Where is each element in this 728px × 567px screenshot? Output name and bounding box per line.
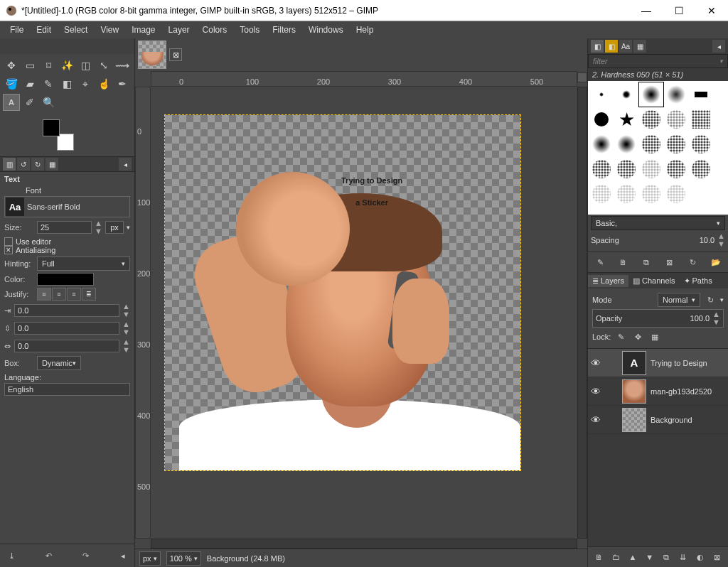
brush-item[interactable] [639, 107, 663, 131]
lock-alpha-icon[interactable]: ▦ [648, 330, 662, 344]
text-color-button[interactable] [37, 273, 94, 286]
brush-basic-dropdown[interactable]: Basic,▾ [591, 216, 725, 230]
tool-pencil[interactable]: ✎ [40, 75, 57, 92]
unit-chevron-icon[interactable]: ▾ [127, 224, 130, 231]
size-input[interactable] [37, 221, 92, 234]
brush-item[interactable] [589, 157, 614, 181]
canvas[interactable]: Trying to Design a Sticker [165, 115, 520, 470]
menu-layer[interactable]: Layer [163, 23, 196, 37]
tool-eraser[interactable]: ◧ [58, 75, 75, 92]
language-input[interactable]: English [4, 383, 130, 396]
opacity-value[interactable]: 100.0 [690, 314, 710, 323]
image-tab-thumb[interactable] [138, 40, 166, 69]
antialias-check[interactable]: ✕Antialiasing [4, 246, 130, 254]
brush-item[interactable] [664, 182, 688, 206]
lock-position-icon[interactable]: ✥ [631, 330, 645, 344]
brush-item[interactable] [664, 132, 688, 156]
brushes-tab[interactable]: ◧ [591, 40, 604, 53]
layer-name[interactable]: Background [651, 416, 692, 424]
history-tab[interactable]: ▦ [633, 40, 646, 53]
brush-item[interactable] [664, 82, 688, 107]
brush-item[interactable] [614, 132, 638, 156]
mode-switch-icon[interactable]: ↻ [703, 293, 717, 307]
layer-merge-icon[interactable]: ⇊ [676, 550, 690, 564]
brush-item[interactable] [639, 82, 663, 107]
brush-edit-icon[interactable]: ✎ [593, 255, 607, 269]
brush-item[interactable] [664, 107, 688, 131]
justify-right[interactable]: ≡ [52, 288, 66, 301]
letterspacing-spinner[interactable]: ▲▼ [122, 338, 130, 354]
brush-item[interactable]: ★ [614, 107, 638, 131]
reset-preset-icon[interactable]: ◂ [116, 549, 130, 563]
menu-file[interactable]: File [4, 23, 29, 37]
tool-clone[interactable]: ⌖ [77, 75, 94, 92]
patterns-tab[interactable]: ◧ [605, 40, 618, 53]
justify-center[interactable]: ≡ [67, 288, 81, 301]
linespacing-spinner[interactable]: ▲▼ [122, 320, 130, 336]
quick-nav-icon[interactable] [577, 72, 587, 82]
layer-mask-icon[interactable]: ◐ [693, 550, 707, 564]
brush-item[interactable] [589, 132, 614, 156]
minimize-button[interactable]: — [630, 0, 663, 21]
tool-move[interactable]: ✥ [3, 57, 20, 74]
brush-item[interactable] [639, 182, 663, 206]
brush-refresh-icon[interactable]: ↻ [685, 255, 700, 269]
paths-tab[interactable]: ✦Paths [680, 275, 717, 287]
tool-text[interactable]: A [3, 94, 20, 111]
layer-row[interactable]: 👁 man-gb193d2520 [588, 377, 728, 406]
tool-color-picker[interactable]: ✐ [21, 94, 38, 111]
indent-spinner[interactable]: ▲▼ [122, 303, 130, 318]
menu-image[interactable]: Image [126, 23, 161, 37]
tooloptions-tab[interactable]: ▥ [3, 158, 16, 171]
status-zoom-dropdown[interactable]: 100 %▾ [166, 551, 201, 566]
linespacing-input[interactable] [14, 322, 119, 335]
tool-zoom[interactable]: 🔍 [40, 94, 57, 111]
ruler-horizontal[interactable]: 0 100 200 300 400 500 [151, 71, 577, 87]
layer-group-icon[interactable]: 🗀 [609, 550, 623, 564]
box-dropdown[interactable]: Dynamic▾ [37, 356, 81, 370]
tool-gradient[interactable]: ▰ [21, 75, 38, 92]
brush-open-icon[interactable]: 📂 [709, 255, 723, 269]
fonts-tab[interactable]: Aa [619, 40, 632, 53]
brush-item[interactable] [589, 107, 614, 131]
brush-item[interactable] [639, 157, 663, 181]
menu-view[interactable]: View [95, 23, 124, 37]
layer-down-icon[interactable]: ▼ [643, 550, 657, 564]
fg-color[interactable] [43, 119, 60, 136]
tool-fuzzy-select[interactable]: ✨ [58, 57, 75, 74]
use-editor-check[interactable]: Use editor [4, 237, 130, 246]
undo-tab[interactable]: ↻ [31, 158, 44, 171]
justify-left[interactable]: ≡ [37, 288, 51, 301]
layer-name[interactable]: Trying to Design [651, 359, 707, 367]
layer-up-icon[interactable]: ▲ [626, 550, 640, 564]
brush-item[interactable] [614, 157, 638, 181]
dock-menu-top[interactable]: ◂ [712, 40, 725, 53]
brush-del-icon[interactable]: ⊠ [663, 255, 677, 269]
tab-menu-left[interactable]: ◂ [119, 158, 132, 171]
layer-row[interactable]: 👁 Background [588, 406, 728, 434]
tool-free-select[interactable]: ⌑ [40, 57, 57, 74]
opacity-spinner[interactable]: ▲▼ [712, 310, 720, 326]
brush-grid[interactable]: ★ [588, 81, 728, 215]
menu-colors[interactable]: Colors [197, 23, 233, 37]
spacing-spinner[interactable]: ▲▼ [717, 232, 725, 248]
brush-item[interactable] [614, 182, 638, 206]
menu-filters[interactable]: Filters [267, 23, 301, 37]
tool-path[interactable]: ✒ [114, 75, 131, 92]
brush-item[interactable] [689, 132, 713, 156]
status-unit-dropdown[interactable]: px▾ [139, 551, 161, 566]
layer-row[interactable]: 👁 A Trying to Design [588, 349, 728, 377]
menu-help[interactable]: Help [350, 23, 380, 37]
tool-transform[interactable]: ⤡ [95, 57, 112, 74]
visibility-icon[interactable]: 👁 [591, 357, 602, 369]
tool-smudge[interactable]: ☝ [95, 75, 112, 92]
image-tab-close[interactable]: ⊠ [169, 48, 182, 61]
maximize-button[interactable]: ☐ [663, 0, 695, 21]
brush-item[interactable] [689, 82, 713, 107]
color-swatches[interactable] [43, 119, 74, 151]
layers-tab[interactable]: ≣Layers [588, 275, 628, 287]
brush-item[interactable] [639, 132, 663, 156]
brush-item[interactable] [589, 82, 614, 107]
menu-tools[interactable]: Tools [234, 23, 265, 37]
scrollbar-vertical[interactable] [577, 87, 587, 539]
